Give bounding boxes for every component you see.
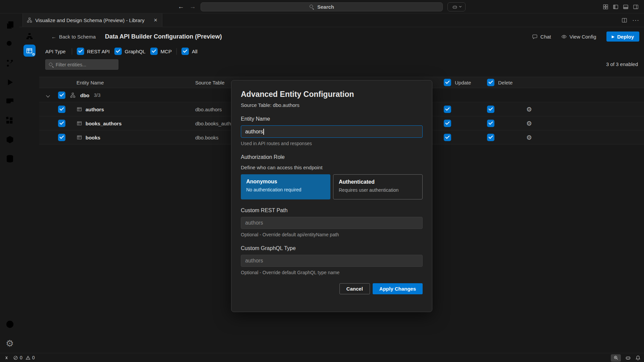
deploy-label: Deploy [617, 34, 634, 40]
tab-visualize-schema[interactable]: Visualize and Design Schema (Preview) - … [22, 13, 162, 27]
collapse-chevron-icon[interactable] [47, 92, 49, 98]
activity-bar: ⚙ [0, 13, 19, 353]
data-api-builder-icon[interactable]: ⚙ [23, 45, 36, 57]
editor-actions: ··· [622, 13, 639, 27]
mcp-checkbox[interactable] [150, 48, 158, 55]
table-icon [77, 121, 82, 126]
delete-all-checkbox[interactable] [487, 79, 494, 86]
history-back-button[interactable]: ← [178, 3, 184, 10]
row-checkbox[interactable] [58, 134, 65, 141]
database-icon[interactable] [0, 149, 19, 168]
view-config-label: View Config [570, 34, 596, 40]
cancel-button[interactable]: Cancel [339, 283, 370, 294]
layout-controls [603, 0, 639, 13]
mcp-label: MCP [161, 49, 172, 54]
tab-close-icon[interactable]: × [153, 17, 158, 23]
eye-icon [561, 34, 567, 40]
remote-indicator-icon[interactable] [4, 355, 9, 360]
column-source-table: Source Table [195, 80, 224, 85]
container-cube-icon[interactable] [0, 130, 19, 149]
graphql-checkbox[interactable] [114, 48, 122, 55]
errors-icon [13, 355, 18, 360]
entity-name-help: Used in API routes and responses [241, 141, 423, 146]
back-label: Back to Schema [59, 34, 96, 40]
toggle-panel-icon[interactable] [623, 4, 629, 10]
copilot-dropdown-button[interactable] [447, 2, 466, 11]
rest-path-label: Custom REST Path [241, 207, 423, 214]
delete-checkbox[interactable] [487, 106, 494, 113]
row-checkbox[interactable] [58, 120, 65, 127]
source-table: dbo.authors [195, 106, 222, 112]
all-label: All [192, 49, 198, 54]
filter-mcp[interactable]: MCP [150, 48, 172, 55]
filter-all[interactable]: All [181, 48, 198, 55]
delete-checkbox[interactable] [487, 120, 494, 127]
back-to-schema-link[interactable]: ← Back to Schema [51, 34, 96, 40]
update-all-checkbox[interactable] [444, 79, 451, 86]
entity-name: authors [86, 106, 104, 112]
rest-path-input[interactable] [241, 217, 423, 229]
split-editor-icon[interactable] [622, 17, 627, 23]
copilot-icon [452, 4, 458, 10]
auth-authenticated-option[interactable]: Authenticated Requires user authenticati… [333, 174, 423, 199]
rest-api-checkbox[interactable] [77, 48, 84, 55]
search-icon [309, 4, 314, 9]
view-config-button[interactable]: View Config [561, 34, 596, 40]
auth-anonymous-option[interactable]: Anonymous No authentication required [241, 174, 330, 199]
filter-graphql[interactable]: GraphQL [114, 48, 146, 55]
extensions-icon[interactable] [0, 111, 19, 130]
source-control-icon[interactable] [0, 54, 19, 73]
entity-filter-input[interactable] [56, 62, 115, 67]
row-checkbox[interactable] [58, 106, 65, 113]
chat-button[interactable]: Chat [532, 34, 551, 40]
run-debug-icon[interactable] [0, 73, 19, 92]
dialog-source-table: Source Table: dbo.authors [241, 102, 423, 108]
delete-checkbox[interactable] [487, 134, 494, 141]
page-header: ← Back to Schema Data API Builder Config… [39, 27, 644, 46]
more-actions-icon[interactable]: ··· [632, 17, 639, 24]
customize-layout-icon[interactable] [603, 4, 608, 10]
command-center-search[interactable]: Search [201, 2, 443, 11]
problems-indicator[interactable]: 0 0 [13, 355, 35, 360]
errors-count: 0 [20, 355, 22, 360]
entity-name: books_authors [86, 120, 122, 126]
explorer-icon[interactable] [0, 15, 19, 35]
chevron-down-icon [459, 5, 461, 7]
remote-explorer-icon[interactable] [0, 92, 19, 111]
graphql-type-label: Custom GraphQL Type [241, 245, 423, 251]
row-settings-gear-icon[interactable]: ⚙ [526, 134, 532, 140]
copilot-status-icon[interactable] [625, 355, 631, 361]
column-delete: Delete [498, 80, 513, 85]
chat-icon [532, 34, 538, 40]
schema-designer-icon[interactable] [22, 30, 37, 43]
status-left: 0 0 [4, 355, 35, 360]
all-checkbox[interactable] [181, 48, 189, 55]
zoom-indicator[interactable] [611, 354, 621, 362]
authorization-role-help: Define who can access this endpoint [241, 165, 423, 170]
entity-name-input[interactable]: authors [241, 125, 423, 138]
deploy-button[interactable]: ▶ Deploy [606, 32, 639, 42]
history-forward-button[interactable]: → [190, 3, 196, 10]
group-checkbox[interactable] [58, 92, 65, 99]
tab-bar: Visualize and Design Schema (Preview) - … [19, 13, 644, 27]
notifications-bell-icon[interactable] [635, 355, 641, 361]
toggle-sidebar-left-icon[interactable] [613, 4, 619, 10]
row-settings-gear-icon[interactable]: ⚙ [526, 120, 532, 126]
update-checkbox[interactable] [444, 134, 451, 141]
entity-name-label: Entity Name [241, 116, 423, 122]
account-icon[interactable] [0, 315, 19, 334]
update-checkbox[interactable] [444, 120, 451, 127]
entity-filter-box [45, 59, 118, 70]
mini-gear-icon: ⚙ [32, 52, 35, 57]
update-checkbox[interactable] [444, 106, 451, 113]
row-settings-gear-icon[interactable]: ⚙ [526, 106, 532, 112]
header-actions: Chat View Config ▶ Deploy [532, 32, 639, 42]
apply-changes-button[interactable]: Apply Changes [373, 283, 423, 294]
toggle-sidebar-right-icon[interactable] [633, 4, 639, 10]
status-right [611, 353, 641, 362]
search-sidebar-icon[interactable] [0, 35, 19, 54]
settings-gear-icon[interactable]: ⚙ [0, 334, 19, 353]
filter-rest-api[interactable]: REST API [77, 48, 110, 55]
graphql-type-input[interactable] [241, 255, 423, 267]
entity-name-value: authors [245, 129, 263, 135]
